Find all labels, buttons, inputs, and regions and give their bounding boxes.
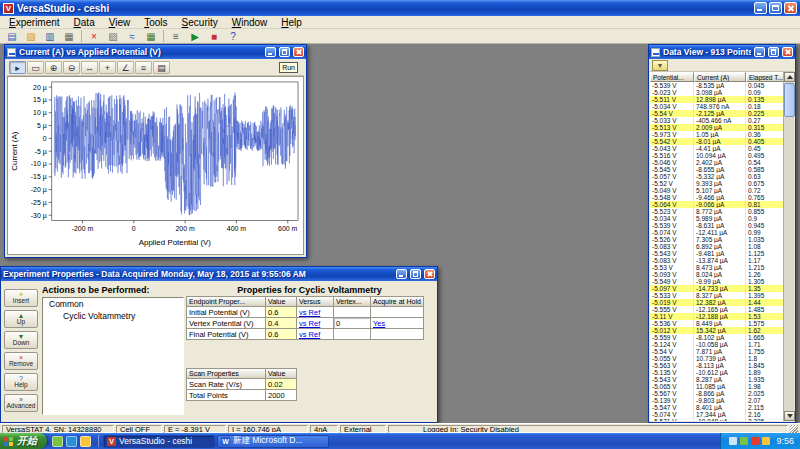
data-view-close-button[interactable] bbox=[782, 47, 793, 57]
show-desktop-icon[interactable] bbox=[52, 436, 63, 447]
close-button[interactable] bbox=[784, 2, 797, 14]
table-row[interactable]: -5.034 V5.989 µA0.9 bbox=[650, 215, 784, 222]
property-value[interactable]: 2000 bbox=[265, 389, 297, 401]
insert-button[interactable]: +Insert bbox=[4, 289, 38, 307]
data-grid-icon[interactable]: ▦ bbox=[142, 29, 160, 43]
new-experiment-icon[interactable]: ▤ bbox=[3, 29, 21, 43]
vertex-value[interactable] bbox=[333, 328, 371, 340]
chart-maximize-button[interactable] bbox=[279, 47, 290, 57]
table-row[interactable]: -5.083 V6.892 µA1.08 bbox=[650, 243, 784, 250]
table-row[interactable]: -5.023 V3.098 µA0.09 bbox=[650, 89, 784, 96]
zoom-in-icon[interactable]: ⊕ bbox=[45, 61, 62, 74]
table-row[interactable]: -5.516 V10.094 µA0.495 bbox=[650, 152, 784, 159]
help-icon[interactable]: ? bbox=[224, 29, 242, 43]
properties-minimize-button[interactable] bbox=[396, 269, 407, 279]
table-row[interactable]: -5.555 V-12.165 µA1.485 bbox=[650, 306, 784, 313]
table-row[interactable]: -5.543 V-9.481 µA1.125 bbox=[650, 250, 784, 257]
menu-tools[interactable]: Tools bbox=[137, 16, 174, 29]
table-row[interactable]: -5.548 V-9.466 µA0.765 bbox=[650, 194, 784, 201]
table-row[interactable]: -5.559 V-8.102 µA1.665 bbox=[650, 334, 784, 341]
tray-volume-icon[interactable] bbox=[729, 437, 737, 445]
table-row[interactable]: -5.055 V10.739 µA1.8 bbox=[650, 355, 784, 362]
folder-icon[interactable] bbox=[80, 436, 91, 447]
column-header-3[interactable]: Elapsed T... bbox=[746, 72, 784, 82]
tray-update-icon[interactable] bbox=[762, 437, 770, 445]
table-row[interactable]: -5.057 V-5.332 µA0.63 bbox=[650, 173, 784, 180]
properties-maximize-button[interactable] bbox=[410, 269, 421, 279]
table-row[interactable]: -5.034 V748.976 nA0.18 bbox=[650, 103, 784, 110]
table-row[interactable]: -5.083 V-13.874 µA1.17 bbox=[650, 257, 784, 264]
pan-icon[interactable]: ↔ bbox=[81, 61, 98, 74]
properties-icon[interactable]: ≡ bbox=[167, 29, 185, 43]
table-row[interactable]: -5.511 V12.898 µA0.135 bbox=[650, 96, 784, 103]
acquire-at-hold[interactable] bbox=[370, 328, 424, 340]
table-row[interactable]: -5.033 V-405.466 nA0.27 bbox=[650, 117, 784, 124]
table-row[interactable]: -5.567 V-8.866 µA2.025 bbox=[650, 390, 784, 397]
copy-icon[interactable]: ▧ bbox=[104, 29, 122, 43]
table-row[interactable]: -5.019 V12.382 µA1.44 bbox=[650, 299, 784, 306]
menu-window[interactable]: Window bbox=[225, 16, 275, 29]
scroll-down-icon[interactable] bbox=[784, 411, 795, 421]
chart-minimize-button[interactable] bbox=[265, 47, 276, 57]
tree-item-cyclic-voltammetry[interactable]: Cyclic Voltammetry bbox=[43, 310, 183, 322]
table-row[interactable]: -5.539 V-8.631 µA0.945 bbox=[650, 222, 784, 229]
axes-icon[interactable]: ∠ bbox=[117, 61, 134, 74]
table-row[interactable]: -5.526 V7.305 µA1.035 bbox=[650, 236, 784, 243]
down-button[interactable]: ▼Down bbox=[4, 331, 38, 349]
table-row[interactable]: -5.54 V7.871 µA1.755 bbox=[650, 348, 784, 355]
graph-view-icon[interactable]: ≈ bbox=[123, 29, 141, 43]
menu-help[interactable]: Help bbox=[274, 16, 309, 29]
column-header-1[interactable]: Potential... bbox=[650, 72, 694, 82]
save-icon[interactable]: ▥ bbox=[41, 29, 59, 43]
delete-icon[interactable]: × bbox=[85, 29, 103, 43]
pointer-icon[interactable]: ▸ bbox=[9, 61, 26, 74]
data-view-minimize-button[interactable] bbox=[754, 47, 765, 57]
table-row[interactable]: -5.049 V5.107 µA0.72 bbox=[650, 187, 784, 194]
menu-security[interactable]: Security bbox=[175, 16, 225, 29]
filter-icon[interactable]: ▼ bbox=[652, 60, 668, 71]
tray-network-icon[interactable] bbox=[740, 437, 748, 445]
table-row[interactable]: -5.549 V-9.99 µA1.305 bbox=[650, 278, 784, 285]
start-button[interactable]: 开始 bbox=[0, 433, 47, 449]
help-button[interactable]: ?Help bbox=[4, 373, 38, 391]
table-row[interactable]: -5.571 V-10.048 µA2.205 bbox=[650, 418, 784, 421]
chart-close-button[interactable] bbox=[293, 47, 304, 57]
legend-icon[interactable]: ≡ bbox=[135, 61, 152, 74]
scrollbar-thumb[interactable] bbox=[784, 83, 795, 117]
table-row[interactable]: -5.135 V-10.612 µA1.89 bbox=[650, 369, 784, 376]
table-row[interactable]: -5.139 V-9.803 µA2.07 bbox=[650, 397, 784, 404]
table-row[interactable]: -5.012 V15.342 µA1.62 bbox=[650, 327, 784, 334]
browser-icon[interactable] bbox=[66, 436, 77, 447]
table-row[interactable]: -5.563 V-8.113 µA1.845 bbox=[650, 362, 784, 369]
table-row[interactable]: -5.11 V-12.188 µA1.53 bbox=[650, 313, 784, 320]
table-row[interactable]: -5.547 V8.401 µA2.115 bbox=[650, 404, 784, 411]
open-icon[interactable]: ▨ bbox=[22, 29, 40, 43]
table-row[interactable]: -5.074 V17.344 µA2.16 bbox=[650, 411, 784, 418]
table-row[interactable]: -5.043 V-4.41 µA0.45 bbox=[650, 145, 784, 152]
actions-tree[interactable]: CommonCyclic Voltammetry bbox=[42, 297, 184, 415]
crosshair-icon[interactable]: + bbox=[99, 61, 116, 74]
table-row[interactable]: -5.124 V-10.058 µA1.71 bbox=[650, 341, 784, 348]
up-button[interactable]: ▲Up bbox=[4, 310, 38, 328]
table-row[interactable]: -5.536 V8.449 µA1.575 bbox=[650, 320, 784, 327]
table-row[interactable]: -5.542 V-8.01 µA0.405 bbox=[650, 138, 784, 145]
table-row[interactable]: -5.533 V8.327 µA1.395 bbox=[650, 292, 784, 299]
tree-item-common[interactable]: Common bbox=[43, 298, 183, 310]
run-icon[interactable]: ▶ bbox=[186, 29, 204, 43]
data-table[interactable]: -5.539 V-8.535 µA0.045-5.023 V3.098 µA0.… bbox=[650, 82, 784, 421]
table-row[interactable]: -5.074 V-12.411 µA0.99 bbox=[650, 229, 784, 236]
stop-icon[interactable]: ■ bbox=[205, 29, 223, 43]
remove-button[interactable]: ×Remove bbox=[4, 352, 38, 370]
zoom-box-icon[interactable]: ▭ bbox=[27, 61, 44, 74]
menu-view[interactable]: View bbox=[102, 16, 138, 29]
table-row[interactable]: -5.53 V8.473 µA1.215 bbox=[650, 264, 784, 271]
table-row[interactable]: -5.064 V-9.066 µA0.81 bbox=[650, 201, 784, 208]
print-icon[interactable]: ▦ bbox=[60, 29, 78, 43]
maximize-button[interactable] bbox=[769, 2, 782, 14]
table-row[interactable]: -5.54 V-2.125 µA0.225 bbox=[650, 110, 784, 117]
table-row[interactable]: -5.539 V-8.535 µA0.045 bbox=[650, 82, 784, 89]
table-row[interactable]: -5.065 V11.085 µA1.98 bbox=[650, 383, 784, 390]
table-row[interactable]: -5.046 V2.402 µA0.54 bbox=[650, 159, 784, 166]
table-row[interactable]: -5.513 V2.009 µA0.315 bbox=[650, 124, 784, 131]
menu-data[interactable]: Data bbox=[67, 16, 102, 29]
